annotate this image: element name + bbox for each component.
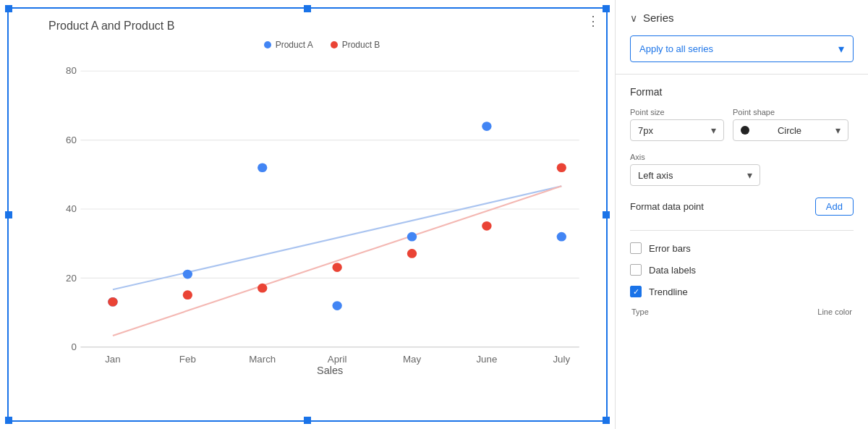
axis-label: Axis bbox=[630, 153, 854, 161]
point-shape-value: Circle bbox=[778, 125, 801, 136]
error-bars-checkbox[interactable] bbox=[630, 242, 642, 254]
chart-svg: 0 20 40 60 80 Jan Feb March April May Ju… bbox=[48, 56, 595, 362]
point-shape-arrow-icon: ▾ bbox=[835, 124, 841, 136]
legend-item-b: Product B bbox=[331, 40, 380, 50]
trendline-b bbox=[113, 186, 561, 336]
point-shape-label: Point shape bbox=[733, 108, 848, 116]
point-a-april[interactable] bbox=[332, 301, 341, 310]
x-label-april: April bbox=[328, 354, 347, 365]
x-label-feb: Feb bbox=[179, 354, 196, 365]
x-axis-sales-label: Sales bbox=[317, 365, 343, 376]
point-b-feb[interactable] bbox=[183, 290, 192, 300]
resize-handle-mr[interactable] bbox=[603, 211, 610, 218]
chart-area: 0 20 40 60 80 Jan Feb March April May Ju… bbox=[48, 56, 595, 362]
chart-legend: Product A Product B bbox=[48, 40, 595, 50]
x-label-march: March bbox=[249, 354, 276, 365]
series-section-header[interactable]: ∨ Series bbox=[630, 12, 854, 24]
type-line-color-row: Type Line color bbox=[630, 307, 854, 316]
format-data-point-label: Format data point bbox=[630, 201, 704, 212]
point-shape-dot-icon bbox=[741, 126, 749, 135]
point-b-july[interactable] bbox=[557, 163, 566, 172]
legend-label-a: Product A bbox=[276, 40, 313, 50]
apply-to-all-series-dropdown[interactable]: Apply to all series ▾ bbox=[630, 35, 854, 62]
point-a-may[interactable] bbox=[407, 232, 417, 242]
y-label-40: 40 bbox=[66, 204, 77, 215]
point-b-march[interactable] bbox=[258, 284, 267, 293]
divider bbox=[630, 230, 854, 231]
legend-dot-b bbox=[331, 41, 338, 48]
point-a-july[interactable] bbox=[557, 232, 566, 242]
point-b-june[interactable] bbox=[482, 221, 491, 231]
format-label: Format bbox=[630, 86, 854, 98]
axis-select[interactable]: Left axis ▾ bbox=[630, 164, 760, 186]
format-data-point-row: Format data point Add bbox=[630, 197, 854, 216]
point-shape-field: Point shape Circle ▾ bbox=[733, 108, 848, 141]
resize-handle-bl[interactable] bbox=[5, 417, 12, 424]
trendline-label: Trendline bbox=[649, 286, 688, 297]
point-shape-select[interactable]: Circle ▾ bbox=[733, 119, 848, 141]
y-label-80: 80 bbox=[66, 66, 77, 77]
point-b-may[interactable] bbox=[407, 249, 417, 258]
x-label-jan: Jan bbox=[105, 354, 120, 365]
point-size-select[interactable]: 7px ▾ bbox=[630, 119, 724, 141]
axis-value: Left axis bbox=[638, 170, 673, 181]
data-labels-label: Data labels bbox=[649, 265, 696, 276]
resize-handle-ml[interactable] bbox=[5, 211, 12, 218]
point-size-arrow-icon: ▾ bbox=[711, 124, 716, 136]
series-section-label: Series bbox=[643, 12, 674, 24]
point-size-field: Point size 7px ▾ bbox=[630, 108, 724, 141]
apply-dropdown-label: Apply to all series bbox=[639, 43, 713, 54]
series-section: ∨ Series Apply to all series ▾ bbox=[616, 0, 868, 75]
point-b-jan[interactable] bbox=[108, 297, 117, 307]
series-chevron-icon: ∨ bbox=[630, 12, 637, 24]
point-a-june[interactable] bbox=[482, 122, 491, 131]
format-data-point-add-button[interactable]: Add bbox=[815, 197, 854, 216]
resize-handle-tc[interactable] bbox=[304, 5, 311, 12]
error-bars-label: Error bars bbox=[649, 243, 691, 254]
axis-section: Axis Left axis ▾ bbox=[630, 153, 854, 186]
right-panel: ∨ Series Apply to all series ▾ Format Po… bbox=[615, 0, 868, 429]
line-color-label: Line color bbox=[817, 307, 852, 316]
point-a-march[interactable] bbox=[258, 163, 267, 172]
data-labels-row: Data labels bbox=[630, 264, 854, 276]
legend-dot-a bbox=[264, 41, 271, 48]
apply-dropdown-chevron-icon: ▾ bbox=[838, 42, 844, 56]
trendline-checkbox[interactable] bbox=[630, 286, 642, 297]
point-size-label: Point size bbox=[630, 108, 724, 116]
legend-label-b: Product B bbox=[342, 40, 380, 50]
trendline-a bbox=[113, 186, 561, 289]
y-label-60: 60 bbox=[66, 135, 77, 145]
x-label-july: July bbox=[553, 354, 570, 365]
y-label-0: 0 bbox=[71, 341, 76, 352]
resize-handle-bc[interactable] bbox=[304, 417, 311, 424]
point-a-feb[interactable] bbox=[183, 270, 192, 279]
resize-handle-tr[interactable] bbox=[603, 5, 610, 12]
x-label-may: May bbox=[403, 354, 422, 365]
format-section: Format Point size 7px ▾ Point shape Circ… bbox=[616, 75, 868, 328]
chart-menu-button[interactable]: ⋮ bbox=[587, 14, 600, 27]
chart-title: Product A and Product B bbox=[48, 20, 595, 33]
y-label-20: 20 bbox=[66, 273, 77, 284]
x-label-june: June bbox=[476, 354, 497, 365]
checkbox-list: Error bars Data labels Trendline bbox=[630, 242, 854, 297]
axis-arrow-icon: ▾ bbox=[747, 169, 752, 181]
resize-handle-tl[interactable] bbox=[5, 5, 12, 12]
point-size-value: 7px bbox=[638, 125, 653, 136]
chart-wrapper: ⋮ Product A and Product B Product A Prod… bbox=[7, 7, 608, 422]
point-format-row: Point size 7px ▾ Point shape Circle ▾ bbox=[630, 108, 854, 141]
type-label: Type bbox=[631, 307, 649, 316]
resize-handle-br[interactable] bbox=[603, 417, 610, 424]
data-labels-checkbox[interactable] bbox=[630, 264, 642, 276]
point-b-april[interactable] bbox=[332, 263, 341, 272]
error-bars-row: Error bars bbox=[630, 242, 854, 254]
chart-container: ⋮ Product A and Product B Product A Prod… bbox=[0, 0, 615, 429]
chart-inner: ⋮ Product A and Product B Product A Prod… bbox=[9, 9, 606, 420]
trendline-row: Trendline bbox=[630, 286, 854, 297]
legend-item-a: Product A bbox=[264, 40, 313, 50]
